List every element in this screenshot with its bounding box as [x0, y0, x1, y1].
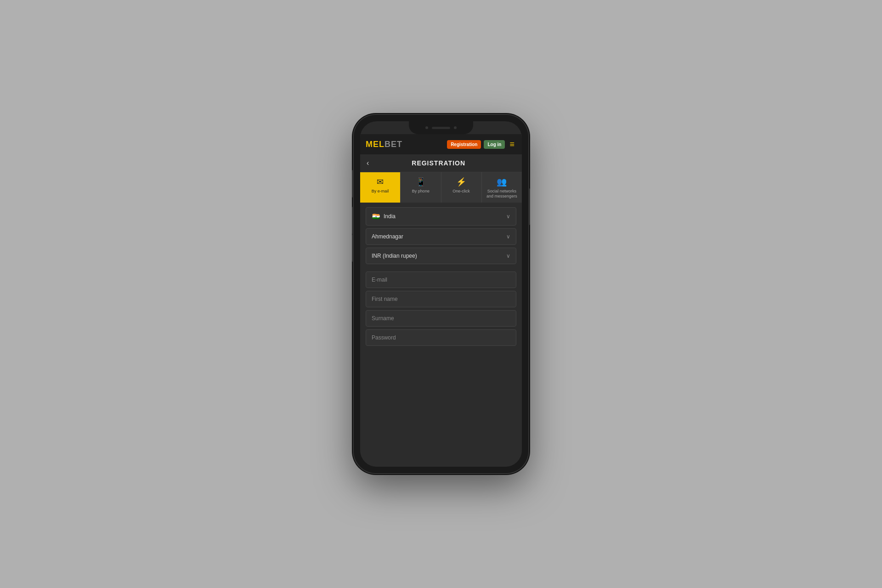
- registration-tabs: ✉ By e-mail 📱 By phone ⚡ One-click 👥 Soc…: [360, 172, 522, 203]
- currency-select-left: INR (Indian rupee): [372, 253, 417, 259]
- header-buttons: Registration Log in ≡: [447, 139, 516, 150]
- hamburger-icon[interactable]: ≡: [508, 139, 516, 150]
- registration-button[interactable]: Registration: [447, 140, 481, 149]
- login-button[interactable]: Log in: [484, 140, 505, 149]
- tab-phone[interactable]: 📱 By phone: [401, 172, 441, 203]
- screen-content: MELBET Registration Log in ≡ ‹ REGISTRAT…: [360, 134, 522, 467]
- page-header: ‹ REGISTRATION: [360, 154, 522, 172]
- country-select[interactable]: 🇮🇳 India ∨: [366, 207, 516, 226]
- country-chevron-icon: ∨: [506, 213, 510, 220]
- app-logo: MELBET: [366, 140, 402, 149]
- registration-form: 🇮🇳 India ∨ Ahmednagar ∨ INR (Indian rupe…: [360, 203, 522, 351]
- oneclick-tab-icon: ⚡: [456, 177, 466, 187]
- firstname-input[interactable]: [366, 291, 516, 307]
- tab-oneclick[interactable]: ⚡ One-click: [441, 172, 482, 203]
- country-flag: 🇮🇳: [372, 212, 380, 220]
- social-tab-icon: 👥: [497, 177, 507, 187]
- currency-value: INR (Indian rupee): [372, 253, 417, 259]
- notch-speaker: [432, 127, 450, 129]
- country-value: India: [384, 213, 396, 220]
- city-value: Ahmednagar: [372, 233, 403, 240]
- notch-sensor: [454, 126, 457, 129]
- password-input[interactable]: [366, 329, 516, 346]
- app-header: MELBET Registration Log in ≡: [360, 134, 522, 154]
- email-tab-label: By e-mail: [372, 189, 389, 194]
- spacer1: [366, 267, 516, 269]
- phone-tab-icon: 📱: [416, 177, 426, 187]
- notch: [409, 121, 473, 134]
- city-select-left: Ahmednagar: [372, 233, 403, 240]
- city-chevron-icon: ∨: [506, 233, 510, 240]
- phone-tab-label: By phone: [412, 189, 430, 194]
- country-select-left: 🇮🇳 India: [372, 212, 396, 220]
- email-tab-icon: ✉: [377, 177, 384, 187]
- currency-chevron-icon: ∨: [506, 253, 510, 259]
- page-title: REGISTRATION: [374, 159, 503, 167]
- logo-bet: BET: [384, 140, 402, 149]
- tab-email[interactable]: ✉ By e-mail: [360, 172, 401, 203]
- surname-input[interactable]: [366, 310, 516, 327]
- currency-select[interactable]: INR (Indian rupee) ∨: [366, 248, 516, 264]
- social-tab-label: Social networks and messengers: [484, 189, 520, 199]
- tab-social[interactable]: 👥 Social networks and messengers: [482, 172, 522, 203]
- back-button[interactable]: ‹: [367, 159, 369, 167]
- email-input[interactable]: [366, 271, 516, 288]
- notch-camera: [425, 126, 428, 129]
- oneclick-tab-label: One-click: [452, 189, 470, 194]
- city-select[interactable]: Ahmednagar ∨: [366, 228, 516, 245]
- logo-mel: MEL: [366, 140, 384, 149]
- phone-device: MELBET Registration Log in ≡ ‹ REGISTRAT…: [354, 115, 528, 473]
- phone-screen: MELBET Registration Log in ≡ ‹ REGISTRAT…: [360, 121, 522, 467]
